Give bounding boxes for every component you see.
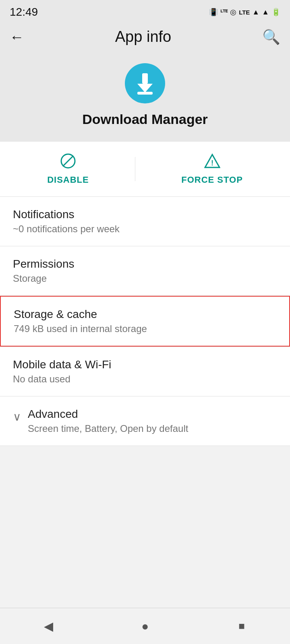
- lte-call-icon: ᴸᵀᴱ: [220, 8, 228, 16]
- signal1-icon: ▲: [252, 8, 259, 17]
- force-stop-icon-svg: !: [204, 153, 220, 169]
- mobile-data-title: Mobile data & Wi-Fi: [13, 358, 277, 371]
- advanced-sub: Screen time, Battery, Open by default: [28, 423, 277, 434]
- notifications-sub: ~0 notifications per week: [13, 223, 277, 235]
- page-title: App info: [115, 28, 171, 45]
- disable-icon: [60, 153, 76, 171]
- status-time: 12:49: [10, 6, 38, 19]
- back-button[interactable]: ←: [10, 29, 24, 45]
- app-icon: [125, 63, 165, 103]
- storage-cache-item[interactable]: Storage & cache 749 kB used in internal …: [0, 296, 290, 347]
- lte-icon: LTE: [239, 9, 250, 16]
- recent-nav-icon: ■: [238, 620, 245, 632]
- back-nav-icon: ◀: [44, 619, 53, 633]
- force-stop-button[interactable]: ! FORCE STOP: [181, 153, 243, 185]
- app-header: Download Manager: [0, 51, 290, 142]
- status-bar: 12:49 📳 ᴸᵀᴱ ◎ LTE ▲ ▲ 🔋: [0, 0, 290, 23]
- back-nav-button[interactable]: ◀: [32, 614, 64, 638]
- advanced-content: Advanced Screen time, Battery, Open by d…: [28, 408, 277, 434]
- list-section: Notifications ~0 notifications per week …: [0, 197, 290, 446]
- disable-icon-svg: [60, 153, 76, 169]
- mobile-data-sub: No data used: [13, 374, 277, 385]
- disable-button[interactable]: DISABLE: [47, 153, 89, 185]
- chevron-down-icon: ∨: [13, 410, 21, 423]
- svg-rect-0: [142, 73, 148, 84]
- wifi-icon: ◎: [230, 8, 236, 17]
- top-bar: ← App info 🔍: [0, 23, 290, 51]
- mobile-data-item[interactable]: Mobile data & Wi-Fi No data used: [0, 347, 290, 396]
- actions-section: DISABLE ! FORCE STOP: [0, 142, 290, 197]
- advanced-item[interactable]: ∨ Advanced Screen time, Battery, Open by…: [0, 396, 290, 446]
- home-nav-icon: ●: [141, 619, 149, 633]
- force-stop-label: FORCE STOP: [181, 175, 243, 185]
- storage-cache-sub: 749 kB used in internal storage: [14, 323, 276, 334]
- permissions-item[interactable]: Permissions Storage: [0, 246, 290, 295]
- home-nav-button[interactable]: ●: [129, 614, 161, 638]
- svg-line-4: [63, 156, 73, 166]
- disable-label: DISABLE: [47, 175, 89, 185]
- app-name: Download Manager: [82, 111, 208, 127]
- svg-rect-2: [137, 92, 153, 95]
- status-icons: 📳 ᴸᵀᴱ ◎ LTE ▲ ▲ 🔋: [209, 8, 280, 17]
- advanced-title: Advanced: [28, 408, 277, 421]
- actions-row: DISABLE ! FORCE STOP: [0, 142, 290, 196]
- svg-marker-1: [137, 84, 153, 93]
- search-button[interactable]: 🔍: [262, 29, 280, 45]
- gray-background: [0, 446, 290, 607]
- permissions-sub: Storage: [13, 273, 277, 284]
- battery-icon: 🔋: [271, 8, 280, 17]
- bottom-nav: ◀ ● ■: [0, 608, 290, 644]
- notifications-item[interactable]: Notifications ~0 notifications per week: [0, 197, 290, 246]
- notifications-title: Notifications: [13, 208, 277, 221]
- action-divider: [135, 157, 135, 181]
- download-icon: [133, 72, 157, 95]
- force-stop-icon: !: [204, 153, 220, 171]
- signal2-icon: ▲: [262, 8, 269, 17]
- recent-nav-button[interactable]: ■: [226, 614, 258, 638]
- svg-text:!: !: [211, 159, 213, 167]
- vibrate-icon: 📳: [209, 8, 218, 17]
- permissions-title: Permissions: [13, 258, 277, 270]
- storage-cache-title: Storage & cache: [14, 308, 276, 321]
